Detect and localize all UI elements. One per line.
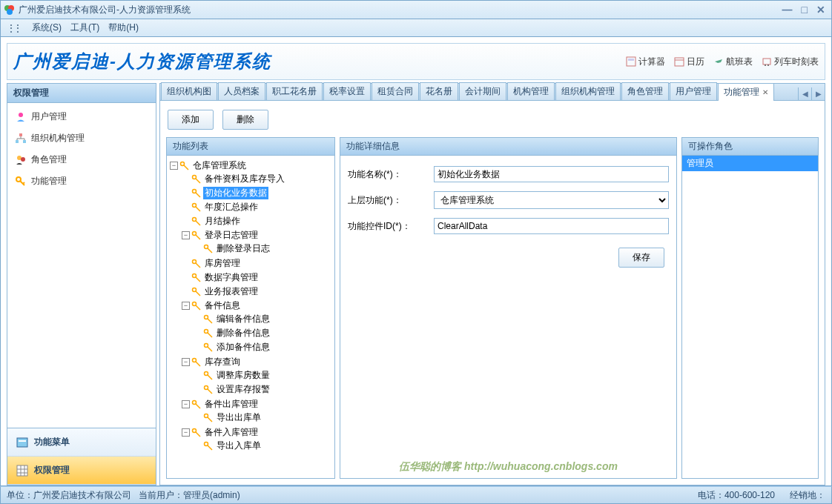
flight-icon (713, 56, 724, 67)
tree-node[interactable]: 业务报表管理 (203, 285, 260, 298)
tree-node[interactable]: 备件出库管理 (203, 398, 260, 411)
tool-calculator[interactable]: 计算器 (626, 56, 665, 68)
panel-header: 功能详细信息 (340, 138, 676, 156)
svg-point-70 (205, 442, 208, 445)
tree-node[interactable]: 删除登录日志 (215, 242, 271, 255)
tree-node[interactable]: 调整库房数量 (215, 369, 271, 382)
tab-personnel[interactable]: 人员档案 (218, 82, 265, 100)
tab-org-mgmt[interactable]: 机构管理 (507, 82, 555, 100)
role-icon (15, 154, 27, 166)
tab-scroll-right[interactable]: ▶ (811, 87, 825, 100)
key-icon (191, 399, 202, 410)
menu-system[interactable]: 系统(S) (32, 21, 62, 34)
tree-node[interactable]: 备件入库管理 (203, 426, 260, 439)
tree-toggle[interactable]: − (170, 162, 178, 170)
add-button[interactable]: 添加 (168, 110, 214, 130)
tree-node[interactable]: 库存查询 (203, 356, 242, 368)
key-icon (203, 413, 214, 423)
svg-line-31 (184, 165, 188, 170)
svg-point-36 (193, 203, 197, 207)
tool-flights[interactable]: 航班表 (713, 56, 753, 68)
select-parent[interactable]: 仓库管理系统 (434, 191, 669, 209)
tree-node[interactable]: 导出入库单 (215, 440, 263, 452)
tree-node[interactable]: 库房管理 (203, 257, 242, 270)
status-company-label: 单位： (7, 490, 33, 500)
minimize-button[interactable]: — (782, 4, 793, 16)
tree-toggle[interactable]: − (182, 428, 190, 437)
tree-toggle[interactable]: − (182, 400, 190, 408)
key-icon (203, 244, 214, 254)
maximize-button[interactable]: □ (802, 4, 808, 16)
tree-node[interactable]: 编辑备件信息 (215, 313, 271, 325)
tree-toggle[interactable]: − (182, 231, 190, 239)
sidebar-btn-menu[interactable]: 功能菜单 (7, 428, 156, 457)
tab-orgstruct-mgmt[interactable]: 组织机构管理 (555, 82, 621, 100)
key-icon (191, 202, 202, 213)
key-icon (191, 216, 202, 227)
tab-period[interactable]: 会计期间 (459, 82, 506, 100)
status-user: 管理员(admin) (183, 490, 240, 500)
svg-line-39 (196, 221, 200, 225)
tree-toggle[interactable]: − (182, 302, 190, 310)
panel-roles: 可操作角色 管理员 (681, 137, 819, 479)
svg-point-10 (19, 113, 23, 117)
tab-roster[interactable]: 职工花名册 (266, 82, 323, 100)
key-icon (191, 188, 202, 199)
sidebar-btn-perm[interactable]: 权限管理 (7, 457, 156, 485)
key-icon (179, 161, 190, 171)
sidebar-item-function[interactable]: 功能管理 (7, 170, 156, 192)
tab-function-mgmt[interactable]: 功能管理✕ (718, 83, 774, 101)
menu-help[interactable]: 帮助(H) (108, 21, 139, 34)
tree-node[interactable]: 设置库存报警 (215, 383, 271, 396)
svg-line-71 (208, 445, 212, 450)
tab-roster2[interactable]: 花名册 (420, 82, 458, 100)
sidebar-item-label: 功能管理 (31, 175, 67, 188)
tree-node[interactable]: 数据字典管理 (203, 271, 260, 284)
tab-role-mgmt[interactable]: 角色管理 (621, 82, 669, 100)
menu-icon (16, 437, 28, 448)
tree-node[interactable]: 添加备件信息 (215, 341, 271, 354)
tree-node[interactable]: 月结操作 (203, 215, 242, 228)
menu-tools[interactable]: 工具(T) (70, 21, 99, 34)
tab-org-chart[interactable]: 组织机构图 (161, 82, 217, 100)
tool-trains[interactable]: 列车时刻表 (762, 56, 819, 68)
role-item[interactable]: 管理员 (682, 156, 818, 171)
sidebar-item-role[interactable]: 角色管理 (7, 149, 156, 170)
tree-node[interactable]: 删除备件信息 (215, 327, 271, 339)
key-icon (203, 385, 214, 395)
close-button[interactable]: ✕ (816, 4, 825, 16)
svg-line-65 (196, 404, 200, 408)
tree-node[interactable]: 备件信息 (203, 299, 242, 312)
tree-node-selected[interactable]: 初始化业务数据 (203, 187, 268, 199)
svg-point-56 (205, 343, 208, 347)
tab-scroll-left[interactable]: ◀ (798, 87, 811, 100)
tree-node[interactable]: 仓库管理系统 (191, 159, 248, 172)
tool-calendar[interactable]: 日历 (674, 56, 704, 68)
tree-node[interactable]: 年度汇总操作 (203, 201, 260, 213)
input-control-id[interactable] (434, 218, 669, 234)
tab-lease[interactable]: 租赁合同 (372, 82, 419, 100)
tab-user-mgmt[interactable]: 用户管理 (670, 82, 717, 100)
delete-button[interactable]: 删除 (222, 110, 268, 130)
sidebar-item-user[interactable]: 用户管理 (7, 106, 156, 127)
sidebar-item-org[interactable]: 组织机构管理 (7, 127, 156, 149)
tree-node[interactable]: 备件资料及库存导入 (203, 173, 286, 185)
statusbar: 单位：广州爱启迪技术有限公司 当前用户：管理员(admin) 电话：400-60… (0, 486, 832, 504)
svg-line-47 (196, 277, 200, 282)
key-icon (191, 301, 202, 311)
save-button[interactable]: 保存 (618, 248, 664, 268)
svg-rect-4 (628, 59, 634, 61)
input-function-name[interactable] (434, 166, 669, 182)
close-icon[interactable]: ✕ (762, 88, 768, 96)
tree-node[interactable]: 登录日志管理 (203, 229, 260, 242)
tree-toggle[interactable]: − (182, 358, 190, 366)
tree-node[interactable]: 导出出库单 (215, 411, 263, 424)
window-title: 广州爱启迪技术有限公司-人力资源管理系统 (19, 4, 191, 16)
svg-point-32 (193, 175, 197, 179)
sidebar-item-label: 组织机构管理 (31, 132, 85, 145)
function-tree[interactable]: −仓库管理系统 备件资料及库存导入 初始化业务数据 年度汇总操作 月结操作 −登… (167, 156, 334, 457)
tab-tax[interactable]: 税率设置 (323, 82, 371, 100)
menubar: ⋮⋮ 系统(S) 工具(T) 帮助(H) (0, 19, 832, 37)
svg-line-55 (208, 333, 212, 337)
panel-function-detail: 功能详细信息 功能名称(*)： 上层功能(*)： 仓库管理系统 (340, 137, 677, 479)
